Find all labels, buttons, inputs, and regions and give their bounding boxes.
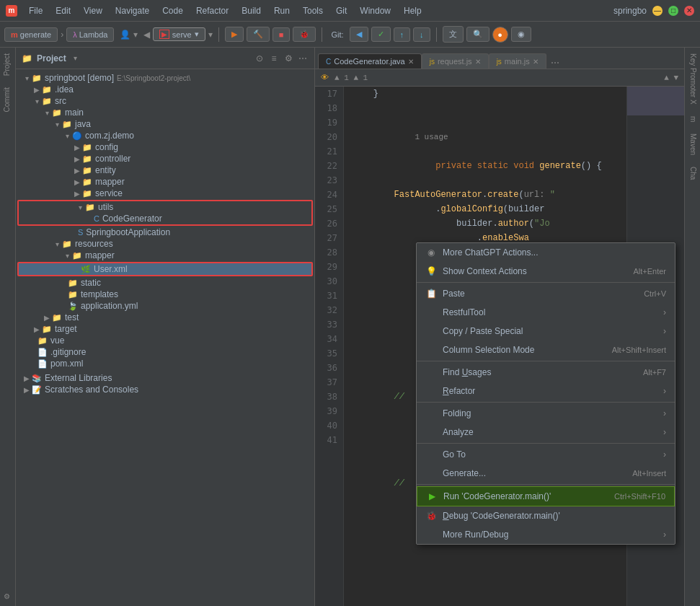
panel-more-icon[interactable]: ⋯ — [297, 53, 309, 64]
ctx-folding[interactable]: Folding › — [417, 404, 675, 423]
tree-scratches[interactable]: ▶ 📝 Scratches and Consoles — [16, 384, 314, 395]
window-controls: — □ ✕ — [652, 6, 694, 16]
right-label-key-promoter[interactable]: Key Promoter X — [685, 48, 700, 110]
right-label-maven[interactable]: Maven — [685, 128, 700, 161]
git-check[interactable]: ✓ — [371, 27, 391, 42]
menu-run[interactable]: Run — [268, 4, 296, 17]
arrow-right-icon-7: › — [663, 530, 666, 540]
generate-btn[interactable]: m generate — [4, 27, 58, 42]
ctx-context-actions[interactable]: 💡 Show Context Actions Alt+Enter — [417, 262, 675, 281]
sidebar-label-extra[interactable]: ⚙ — [0, 587, 15, 606]
paste-icon: 📋 — [425, 288, 437, 299]
tree-external-libs[interactable]: ▶ 📚 External Libraries — [16, 372, 314, 384]
run-button[interactable]: ▶ — [225, 27, 244, 42]
tree-codegenerator[interactable]: C CodeGenerator — [19, 213, 311, 224]
ctx-restfultool[interactable]: RestfulTool › — [417, 303, 675, 322]
menu-file[interactable]: File — [23, 4, 48, 17]
menu-help[interactable]: Help — [398, 4, 427, 17]
tree-root[interactable]: ▾ 📁 springboot [demo] E:\Springboot2-pro… — [16, 72, 314, 84]
menu-git[interactable]: Git — [330, 4, 353, 17]
tree-main[interactable]: ▾ 📁 main — [16, 107, 314, 118]
ctx-paste[interactable]: 📋 Paste Ctrl+V — [417, 284, 675, 303]
arrow-right-icon: › — [663, 307, 666, 317]
ctx-goto[interactable]: Go To › — [417, 445, 675, 464]
menu-view[interactable]: View — [78, 4, 108, 17]
close-button[interactable]: ✕ — [684, 6, 694, 16]
ctx-column-selection[interactable]: Column Selection Mode Alt+Shift+Insert — [417, 341, 675, 359]
git-label: Git: — [331, 30, 343, 39]
arrow-right-icon-5: › — [663, 427, 666, 437]
run-icon: ▶ — [426, 491, 438, 502]
tree-src[interactable]: ▾ 📁 src — [16, 95, 314, 107]
panel-filter-icon[interactable]: ⚙ — [283, 53, 294, 64]
tree-target[interactable]: ▶ 📁 target — [16, 323, 314, 335]
user-xml-highlight-box: 🌿 User.xml — [17, 262, 313, 276]
tree-gitignore[interactable]: 📄 .gitignore — [16, 346, 314, 358]
git-up[interactable]: ↑ — [394, 27, 411, 42]
minimize-button[interactable]: — — [652, 6, 663, 16]
ctx-refactor[interactable]: Refactor › — [417, 382, 675, 400]
tree-config[interactable]: ▶ 📁 config — [16, 141, 314, 153]
menu-code[interactable]: Code — [156, 4, 189, 17]
tree-controller[interactable]: ▶ 📁 controller — [16, 153, 314, 164]
right-label-cha[interactable]: Cha — [685, 161, 700, 185]
tree-java[interactable]: ▾ 📁 java — [16, 118, 314, 130]
tree-mapper[interactable]: ▶ 📁 mapper — [16, 176, 314, 188]
tree-test[interactable]: ▶ 📁 test — [16, 312, 314, 323]
avatar-button[interactable]: ● — [492, 27, 508, 43]
analyze-icon — [425, 426, 437, 438]
right-label-m[interactable]: m — [685, 110, 700, 128]
git-back[interactable]: ◀ — [350, 27, 368, 42]
ctx-more-run-debug[interactable]: More Run/Debug › — [417, 525, 675, 544]
tree-static[interactable]: 📁 static — [16, 277, 314, 289]
ctx-copy-paste-special[interactable]: Copy / Paste Special › — [417, 322, 675, 341]
menu-edit[interactable]: Edit — [50, 4, 76, 17]
tree-springboot-app[interactable]: S SpringbootApplication — [16, 227, 314, 238]
ctx-chatgpt[interactable]: ◉ More ChatGPT Actions... — [417, 243, 675, 262]
copy-icon — [425, 325, 437, 337]
ctx-debug[interactable]: 🐞 Debug 'CodeGenerator.main()' — [417, 506, 675, 525]
stop-button[interactable]: ■ — [273, 27, 291, 42]
tree-pom[interactable]: 📄 pom.xml — [16, 358, 314, 369]
ctx-generate[interactable]: Generate... Alt+Insert — [417, 464, 675, 483]
sidebar-label-commit[interactable]: Commit — [0, 82, 15, 118]
sep3 — [436, 27, 437, 42]
tree-vue[interactable]: 📁 vue — [16, 335, 314, 346]
menu-navigate[interactable]: Navigate — [110, 4, 155, 17]
tree-mapper-res[interactable]: ▾ 📁 mapper — [16, 250, 314, 261]
title-bar: m File Edit View Navigate Code Refactor … — [0, 0, 700, 22]
lambda-btn[interactable]: λ Lambda — [66, 27, 114, 42]
search-button[interactable]: 🔍 — [466, 27, 489, 42]
app-icon: m — [6, 5, 17, 17]
ctx-sep5 — [417, 484, 675, 485]
tree-application-yml[interactable]: 🍃 application.yml — [16, 300, 314, 312]
tree-user-xml[interactable]: 🌿 User.xml — [19, 263, 311, 275]
tree-entity[interactable]: ▶ 📁 entity — [16, 164, 314, 176]
tree-idea[interactable]: ▶ 📁 .idea — [16, 84, 314, 95]
debug-icon: 🐞 — [425, 510, 437, 522]
tree-utils[interactable]: ▾ 📁 utils — [19, 201, 311, 213]
translate-button[interactable]: 文 — [443, 26, 464, 43]
panel-collapse-icon[interactable]: ≡ — [268, 53, 280, 64]
serve-dropdown[interactable]: ▶ serve ▾ — [153, 27, 205, 41]
tree-resources[interactable]: ▾ 📁 resources — [16, 238, 314, 250]
maximize-button[interactable]: □ — [668, 6, 678, 16]
debug-button[interactable]: 🐞 — [293, 27, 316, 42]
git-down[interactable]: ↓ — [413, 27, 430, 42]
menu-refactor[interactable]: Refactor — [190, 4, 234, 17]
panel-header: 📁 Project ▾ ⊙ ≡ ⚙ ⋯ — [16, 48, 314, 69]
ctx-run[interactable]: ▶ Run 'CodeGenerator.main()' Ctrl+Shift+… — [417, 486, 675, 506]
tree-templates[interactable]: 📁 templates — [16, 289, 314, 300]
menu-window[interactable]: Window — [354, 4, 396, 17]
tree-service[interactable]: ▶ 📁 service — [16, 188, 314, 199]
generate-icon: m — [11, 30, 18, 39]
panel-locate-icon[interactable]: ⊙ — [254, 53, 265, 64]
build-button[interactable]: 🔨 — [247, 27, 270, 42]
more-button[interactable]: ◉ — [511, 27, 531, 42]
ctx-find-usages[interactable]: Find Usages Alt+F7 — [417, 363, 675, 382]
sidebar-label-project[interactable]: Project — [0, 48, 15, 82]
menu-build[interactable]: Build — [236, 4, 267, 17]
tree-package[interactable]: ▾ 🔵 com.zj.demo — [16, 130, 314, 141]
ctx-analyze[interactable]: Analyze › — [417, 423, 675, 442]
menu-tools[interactable]: Tools — [297, 4, 329, 17]
